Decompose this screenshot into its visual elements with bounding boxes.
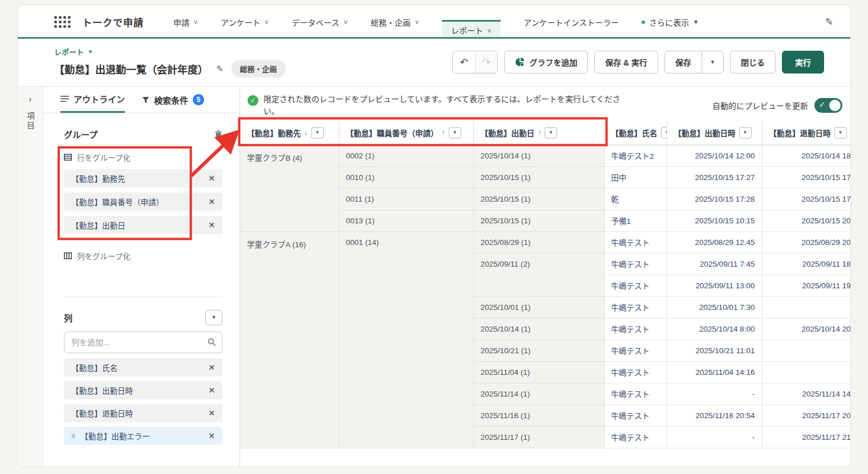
table-cell: 2025/10/14 12:00 (667, 145, 762, 166)
chevron-down-icon: ∨ (415, 18, 419, 26)
column-group-toggle[interactable]: 列をグループ化 (64, 250, 222, 261)
table-cell (762, 296, 850, 318)
group-cell: 0001 (14) (339, 231, 473, 448)
table-cell: 2025/09/11 19:15 (762, 275, 850, 296)
column-header[interactable]: 【勤怠】出勤日↑▼ (473, 121, 604, 145)
group-cell: 2025/10/15 (1) (473, 210, 604, 231)
column-header[interactable]: 【勤怠】職員番号（申請）↑▼ (339, 121, 473, 145)
run-button[interactable]: 実行 (782, 51, 824, 73)
nav-item-label: アンケートインストーラー (524, 17, 619, 28)
tab-filter-conditions[interactable]: 検索条件 5 (142, 87, 204, 113)
remove-icon[interactable]: ✕ (208, 431, 215, 440)
close-button[interactable]: 閉じる (730, 51, 776, 73)
row-group-chip[interactable]: 【勤怠】出勤日✕ (64, 216, 222, 234)
chevron-down-icon: ∨ (193, 18, 198, 26)
table-cell: 2025/10/14 20:05 (762, 318, 850, 340)
group-cell: 2025/10/14 (1) (473, 145, 604, 166)
report-toolbar: レポート ▼ 【勤怠】出退勤一覧（会計年度） ✎ 総務・企画 ↶ ↷ グラフを追… (18, 40, 850, 86)
nav-menu: 申請∨アンケート∨データベース∨総務・企画∨レポート∨アンケートインストーラー (173, 5, 619, 39)
tab-filter-label: 検索条件 (154, 94, 188, 106)
auto-preview-control: 自動的にプレビューを更新 ✓ (712, 98, 842, 113)
row-group-toggle[interactable]: 行をグループ化 (64, 152, 222, 163)
remove-icon[interactable]: ✕ (208, 220, 215, 230)
row-group-chip[interactable]: 【勤怠】勤務先✕ (64, 169, 222, 187)
fields-rail-label[interactable]: 項目 (25, 112, 36, 131)
table-cell: 牛嶋テスト (604, 383, 667, 404)
column-menu-button[interactable]: ▼ (449, 127, 461, 138)
column-header[interactable]: 【勤怠】出勤日時▼ (667, 121, 762, 145)
table-cell: 田中 (604, 166, 667, 188)
table-cell (762, 361, 850, 383)
nav-item[interactable]: 総務・企画∨ (371, 5, 419, 39)
sort-asc-icon: ↑ (442, 129, 445, 137)
remove-icon[interactable]: ✕ (208, 386, 215, 395)
check-icon: ✓ (819, 100, 825, 109)
nav-item[interactable]: アンケートインストーラー (524, 5, 619, 39)
edit-nav-pencil-icon[interactable]: ✎ (825, 16, 833, 28)
save-and-run-button[interactable]: 保存 & 実行 (594, 51, 658, 73)
column-menu-button[interactable]: ▼ (834, 127, 847, 138)
edit-title-pencil-icon[interactable]: ✎ (216, 64, 224, 74)
table-cell: - (667, 383, 762, 404)
redo-button[interactable]: ↷ (475, 51, 497, 73)
column-menu-button[interactable]: ▼ (311, 127, 324, 138)
column-chip[interactable]: 【勤怠】出勤日時✕ (64, 381, 222, 399)
chip-label: 【勤怠】出勤エラー (80, 430, 150, 442)
row-group-label: 行をグループ化 (77, 152, 131, 163)
delete-groups-button[interactable] (214, 130, 222, 138)
columns-menu-button[interactable]: ▼ (205, 310, 222, 325)
table-cell: 牛嶋テスト (604, 275, 667, 296)
nav-item[interactable]: データベース∨ (292, 5, 348, 39)
table-cell: 2025/09/11 13:00 (667, 275, 762, 296)
table-cell: - (667, 426, 762, 448)
category-tag: 総務・企画 (232, 60, 286, 77)
filter-count-badge: 5 (193, 94, 204, 105)
tab-outline-label: アウトライン (74, 93, 125, 105)
row-group-chip[interactable]: 【勤怠】職員番号（申請）✕ (64, 193, 222, 211)
table-cell: 牛嶋テスト (604, 318, 667, 340)
remove-icon[interactable]: ✕ (208, 408, 215, 418)
tab-outline[interactable]: アウトライン (60, 87, 125, 113)
caret-down-icon: ▼ (693, 19, 699, 25)
remove-icon[interactable]: ✕ (208, 174, 215, 183)
breadcrumb[interactable]: レポート ▼ (54, 46, 93, 57)
nav-item[interactable]: レポート∨ (442, 20, 501, 39)
table-cell: 2025/10/15 17:29 (762, 188, 850, 210)
save-button[interactable]: 保存 (665, 51, 701, 73)
column-chip[interactable]: 【勤怠】氏名✕ (64, 358, 222, 377)
column-menu-button[interactable]: ▼ (661, 127, 667, 138)
nav-item[interactable]: アンケート∨ (221, 5, 269, 39)
nav-more-menu[interactable]: さらに表示 ▼ (642, 17, 699, 28)
table-cell: 牛嶋テスト (604, 404, 667, 426)
nav-item[interactable]: 申請∨ (173, 5, 198, 39)
auto-preview-label: 自動的にプレビューを更新 (712, 100, 808, 111)
column-header[interactable]: 【勤怠】勤務先↓▼ (240, 121, 339, 145)
auto-preview-toggle[interactable]: ✓ (814, 98, 842, 113)
notice-text: 限定された数のレコードをプレビューしています。すべて表示するには、レポートを実行… (263, 92, 620, 117)
undo-redo-group: ↶ ↷ (452, 51, 498, 73)
nav-item-label: アンケート (221, 17, 260, 28)
column-menu-button[interactable]: ▼ (545, 127, 557, 138)
add-chart-button[interactable]: グラフを追加 (504, 51, 588, 73)
remove-icon[interactable]: ✕ (208, 197, 215, 206)
column-header-label: 【勤怠】職員番号（申請） (346, 127, 439, 138)
column-menu-button[interactable]: ▼ (739, 127, 752, 138)
column-header-label: 【勤怠】出勤日時 (674, 127, 736, 138)
app-launcher-icon[interactable] (54, 16, 71, 28)
remove-icon[interactable]: ✕ (208, 363, 215, 372)
column-header-label: 【勤怠】退勤日時 (769, 127, 831, 138)
column-chip[interactable]: 【勤怠】退勤日時✕ (64, 404, 222, 422)
column-header[interactable]: 【勤怠】氏名▼ (604, 121, 667, 145)
chip-label: 【勤怠】出勤日時 (71, 385, 133, 396)
save-dropdown-button[interactable]: ▼ (701, 51, 723, 73)
table-cell: 牛嶋テスト2 (604, 145, 667, 166)
add-column-input[interactable] (64, 332, 222, 353)
column-header[interactable]: 【勤怠】退勤日時▼ (762, 121, 850, 145)
undo-button[interactable]: ↶ (453, 51, 475, 73)
column-chip[interactable]: #【勤怠】出勤エラー✕ (64, 427, 222, 445)
group-cell: 学童クラブB (4) (240, 145, 339, 231)
expand-panel-icon[interactable]: › (29, 94, 31, 104)
table-cell: 乾 (604, 188, 667, 210)
table-cell: 2025/11/17 21:00 (762, 426, 850, 448)
sort-asc-icon: ↑ (538, 129, 541, 137)
